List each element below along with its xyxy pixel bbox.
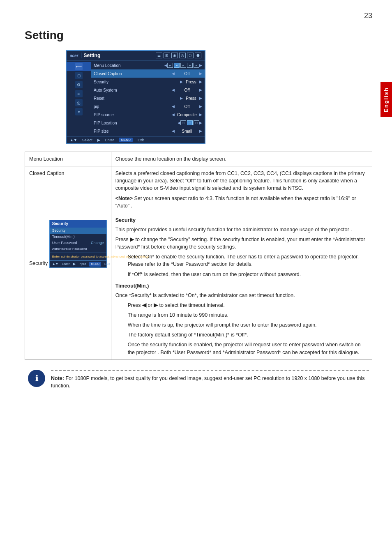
osd-loc-icon-4: ⌐ [187,63,193,68]
osd-loc-icon-1: ⌐ [167,63,173,68]
osd-logo: acer [70,53,78,58]
timeout-point-5: Once the security function is enabled, t… [128,341,368,356]
osd-loc-icon-3: ⌐ [180,63,186,68]
osd-icon-4: ◎ [179,53,186,58]
osd-sidebar-item-4[interactable]: ≡ [67,89,91,98]
osd-sidebar-item-1[interactable]: ⟵ [67,62,91,71]
sec-footer: ▲▼Enter ▶Input MENUExit [50,260,106,267]
security-point-1: Select *On* to enable the security funct… [128,253,368,268]
osd-icon-2: ⊞ [164,53,170,58]
label-security: Security Security Security Timeout(Min.) [25,213,111,359]
osd-row-pip-location: PIP Location ◀ □ □ □ ▶ [91,119,205,127]
osd-icon-3: ◉ [171,53,178,58]
osd-sidebar-item-6[interactable]: ✦ [67,107,91,116]
osd-menu-btn: MENU [119,138,133,142]
table-row-closed-caption: Closed Caption Selects a preferred close… [25,166,372,213]
timeout-point-4: The factory default setting of *Timeout(… [128,331,368,339]
security-osd: Security Security Timeout(Min.) User Pas… [49,220,107,268]
note-icon: ℹ [28,370,45,387]
osd-sidebar-item-2[interactable]: ⊡ [67,71,91,80]
content-closed-caption: Selects a preferred closed captioning mo… [111,166,372,213]
osd-row-pip: pip ◀ Off ▶ [91,102,205,111]
note-label: Note: [51,375,64,381]
table-row-security: Security Security Security Timeout(Min.) [25,213,372,359]
osd-footer: ▲▼ Select ▶ Enter MENU Exit [67,136,205,143]
label-menu-location: Menu Location [25,152,111,166]
osd-loc-icon-5: ⌐ [194,63,199,68]
content-menu-location: Choose the menu location on the display … [111,152,372,166]
osd-screenshot: acer Setting ☰ ⊞ ◉ ◎ ⬡ ⬢ ⟵ [66,50,372,144]
osd-row-pip-source: PIP source ◀ Composite ▶ [91,111,205,119]
sec-row-admin-pwd: Administrator Password [50,246,106,252]
page-title: Setting [25,29,372,42]
osd-row-security: Security ▶ Press ▶ [91,78,205,86]
english-tab: English [380,82,392,117]
table-row-menu-location: Menu Location Choose the menu location o… [25,152,372,166]
note-icon-symbol: ℹ [35,374,38,383]
osd-sidebar-item-5[interactable]: ◎ [67,98,91,107]
note-content: For 1080P models, to get best quality fo… [51,375,364,389]
osd-loc-icon-2: ⌐ [174,63,180,68]
security-point-2: If *Off* is selected, then the user can … [128,271,368,278]
info-table: Menu Location Choose the menu location o… [25,152,372,360]
osd-row-pip-size: PIP size ◀ Small ▶ [91,127,205,135]
timeout-point-2: The range is from 10 minute to 990 minut… [128,311,368,319]
osd-pip-loc-2: □ [187,120,193,125]
sec-row-security: Security [50,228,106,234]
osd-row-menu-location: Menu Location ◀ ⌐ ⌐ ⌐ ⌐ ⌐ ▶ [91,61,205,69]
content-security: Security This projector provides a usefu… [111,213,372,359]
note-section: ℹ Note: For 1080P models, to get best qu… [25,370,372,390]
osd-row-auto-system: Auto System ◀ Off ▶ [91,86,205,94]
label-closed-caption: Closed Caption [25,166,111,213]
osd-sidebar-item-3[interactable]: ⚙ [67,80,91,89]
note-text: Note: For 1080P models, to get best qual… [51,375,369,390]
osd-icon-6: ⬢ [195,53,201,58]
page-number: 23 [364,12,372,20]
osd-icon-1: ☰ [156,53,162,58]
osd-pip-loc-1: □ [180,120,186,125]
osd-title: Setting [84,53,101,58]
osd-pip-loc-3: □ [194,120,199,125]
timeout-point-3: When the time is up, the projector will … [128,321,368,329]
sec-message: Enter administrator password to access a… [50,253,106,260]
sec-row-timeout: Timeout(Min.) [50,234,106,240]
sec-row-user-pwd: User Password Change [50,240,106,246]
timeout-point-1: Press ◀ or ▶ to select the timeout inter… [128,302,368,309]
osd-row-reset: Reset ▶ Press ▶ [91,94,205,102]
osd-icon-5: ⬡ [187,53,194,58]
osd-row-closed-caption: Closed Caption ◀ Off ▶ [91,69,205,78]
